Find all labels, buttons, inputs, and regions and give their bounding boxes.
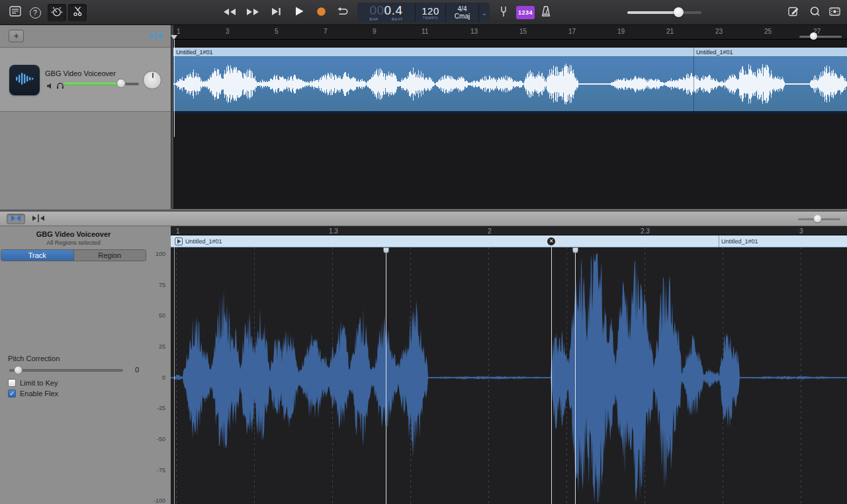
inspector-title: GBG Video Voiceover (0, 230, 147, 238)
master-volume-slider[interactable] (627, 0, 705, 25)
cycle-button[interactable] (332, 4, 352, 21)
media-browser-button[interactable] (825, 4, 844, 21)
smart-controls-button[interactable] (48, 4, 66, 21)
notepad-button[interactable] (784, 4, 803, 21)
editor-zoom-slider[interactable] (798, 215, 840, 223)
track-volume-fill (64, 83, 120, 85)
zoom-knob[interactable] (814, 215, 821, 222)
ruler-tick: 25 (764, 28, 772, 35)
catch-playhead-icon (150, 30, 162, 42)
pan-knob[interactable] (143, 71, 161, 89)
help-icon: ? (30, 7, 41, 19)
catch-playhead-button[interactable] (148, 30, 164, 42)
help-button[interactable]: ? (26, 4, 44, 21)
go-to-end-button[interactable] (266, 4, 286, 21)
lcd-beat-label: BEAT (392, 17, 403, 21)
limit-to-key-row[interactable]: Limit to Key (8, 379, 58, 387)
scale-tick: 100 (146, 251, 165, 257)
rewind-button[interactable] (220, 4, 240, 21)
play-button[interactable] (289, 4, 309, 21)
ruler-tick: 1.3 (329, 228, 338, 235)
tuner-button[interactable] (495, 4, 512, 21)
record-button[interactable] (311, 4, 331, 21)
play-icon (294, 6, 304, 19)
pitch-correction-label: Pitch Correction (8, 355, 60, 362)
track-volume-slider[interactable] (64, 83, 139, 85)
cycle-icon (335, 7, 349, 19)
panel-divider[interactable] (171, 25, 173, 209)
enable-flex-label: Enable Flex (20, 390, 58, 398)
tab-track[interactable]: Track (1, 250, 73, 261)
ruler-tick: 2 (488, 228, 492, 235)
volume-knob[interactable] (674, 7, 684, 17)
library-button[interactable] (7, 4, 24, 21)
audio-editor-area[interactable]: 1 1.3 2 2.3 3 Untitled_1#01 Untitled_1#0… (171, 226, 847, 504)
lcd-position-section[interactable]: 000.4 BAR BEAT (357, 3, 416, 22)
tab-region[interactable]: Region (73, 250, 146, 261)
delete-flex-marker-button[interactable]: ✕ (547, 237, 555, 245)
enable-flex-checkbox[interactable]: ✓ (8, 390, 16, 398)
playhead-marker[interactable] (171, 35, 177, 40)
audio-region[interactable]: Untitled_1#01 Untitled_1#01 (173, 48, 847, 114)
lcd-tempo-section[interactable]: 120 TEMPO (416, 3, 446, 22)
enable-flex-row[interactable]: ✓ Enable Flex (8, 390, 58, 398)
rewind-icon (223, 7, 236, 19)
inspector-subtitle: All Regions selected (0, 239, 147, 246)
editor-ruler[interactable]: 1 1.3 2 2.3 3 (171, 226, 847, 235)
track-header-panel: + GBG Video Voiceover (0, 25, 171, 209)
notepad-icon (788, 6, 799, 19)
playhead-line (174, 40, 175, 137)
zoom-track[interactable] (799, 36, 842, 38)
track-name[interactable]: GBG Video Voiceover (45, 69, 116, 77)
track-header-row[interactable]: GBG Video Voiceover (0, 48, 171, 112)
flex-marker-line[interactable] (386, 247, 386, 504)
toolbar: ? 000.4 BAR (0, 0, 847, 25)
arrange-ruler[interactable]: 1 3 5 7 9 11 13 15 17 19 21 23 25 27 (173, 25, 847, 40)
region-bottom-edge (173, 111, 847, 114)
editor-region-header[interactable]: Untitled_1#01 Untitled_1#01 ✕ (171, 235, 847, 247)
lcd-display[interactable]: 000.4 BAR BEAT 120 TEMPO 4/4 Cmaj ⌄ (357, 3, 490, 22)
editor-inspector: GBG Video Voiceover All Regions selected… (0, 226, 171, 504)
flex-marker-line[interactable] (551, 247, 552, 504)
flex-button[interactable] (7, 214, 25, 224)
volume-track[interactable] (627, 11, 701, 14)
lcd-key-section[interactable]: 4/4 Cmaj (446, 3, 479, 22)
ruler-tick: 7 (324, 28, 328, 35)
editor-catch-playhead-button[interactable] (30, 214, 46, 224)
ruler-tick: 11 (422, 28, 428, 35)
add-track-button[interactable]: + (9, 30, 24, 42)
limit-to-key-label: Limit to Key (20, 379, 58, 387)
count-in-button[interactable]: 1234 (516, 6, 535, 19)
region-header[interactable]: Untitled_1#01 Untitled_1#01 (173, 48, 847, 57)
region-play-button[interactable] (175, 237, 183, 245)
lcd-bar-label: BAR (369, 17, 379, 21)
scale-tick: 50 (146, 312, 165, 319)
region-waveform[interactable] (173, 57, 847, 111)
lcd-menu-button[interactable]: ⌄ (479, 3, 490, 22)
flex-marker-handle[interactable] (572, 247, 578, 253)
horizontal-zoom-slider[interactable] (799, 32, 842, 40)
scale-tick: -50 (146, 436, 165, 442)
arrange-area[interactable]: 1 3 5 7 9 11 13 15 17 19 21 23 25 27 Unt… (173, 25, 847, 209)
forward-button[interactable] (243, 4, 263, 21)
metronome-button[interactable] (537, 4, 555, 21)
region-label: Untitled_1#01 (176, 49, 213, 56)
ruler-tick: 1 (177, 28, 181, 35)
loop-browser-button[interactable] (805, 4, 824, 21)
track-volume-knob[interactable] (116, 79, 126, 88)
limit-to-key-checkbox[interactable] (8, 379, 16, 387)
track-icon-tile[interactable] (9, 65, 40, 95)
tuning-fork-icon (500, 6, 508, 20)
loop-browser-icon (809, 6, 820, 19)
mute-button[interactable] (46, 80, 55, 87)
pitch-correction-knob[interactable] (14, 366, 22, 374)
flex-marker-handle[interactable] (383, 247, 389, 253)
fast-forward-icon (246, 7, 259, 19)
media-browser-icon (829, 7, 840, 19)
lcd-tempo-label: TEMPO (423, 16, 438, 20)
editors-button[interactable] (68, 4, 87, 21)
pitch-correction-slider[interactable] (9, 369, 123, 372)
zoom-knob[interactable] (810, 32, 817, 40)
flex-marker-line[interactable] (575, 247, 576, 504)
editor-waveform-area[interactable] (171, 247, 847, 504)
